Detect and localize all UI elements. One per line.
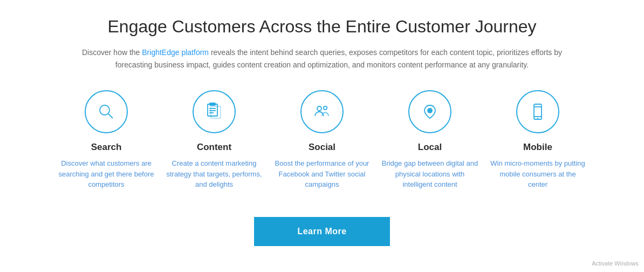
social-column: Social Boost the performance of your Fac…: [268, 90, 376, 190]
local-column: Local Bridge gap between digital and phy…: [376, 90, 484, 190]
page-wrapper: Engage Customers Across the Entire Custo…: [0, 0, 644, 262]
content-description: Create a content marketing strategy that…: [166, 158, 263, 190]
search-column: Search Discover what customers are searc…: [52, 90, 160, 190]
mobile-label: Mobile: [523, 142, 552, 153]
social-label: Social: [309, 142, 335, 153]
mobile-icon-circle: [516, 90, 559, 133]
icons-row: Search Discover what customers are searc…: [32, 90, 612, 190]
search-description: Discover what customers are searching an…: [58, 158, 155, 190]
local-description: Bridge gap between digital and physical …: [381, 158, 478, 190]
content-icon: [204, 102, 224, 121]
social-icon-circle: [300, 90, 344, 133]
subtitle-before: Discover how the: [82, 48, 142, 57]
local-icon-circle: [408, 90, 451, 133]
svg-line-1: [108, 114, 113, 118]
mobile-icon: [528, 102, 547, 121]
content-column: Content Create a content marketing strat…: [160, 90, 268, 190]
svg-point-14: [537, 118, 538, 119]
svg-point-0: [100, 105, 109, 115]
svg-point-8: [317, 106, 321, 111]
learn-more-button[interactable]: Learn More: [254, 217, 389, 246]
main-title: Engage Customers Across the Entire Custo…: [107, 16, 536, 37]
mobile-column: Mobile Win micro-moments by putting mobi…: [484, 90, 592, 190]
social-description: Boost the performance of your Facebook a…: [273, 158, 371, 190]
content-icon-circle: [193, 90, 236, 133]
content-label: Content: [197, 142, 231, 153]
svg-point-10: [428, 108, 432, 113]
subtitle: Discover how the BrightEdge platform rev…: [79, 46, 565, 71]
brightedge-link[interactable]: BrightEdge platform: [142, 48, 209, 57]
watermark: Activate Windows: [592, 260, 639, 267]
mobile-description: Win micro-moments by putting mobile cons…: [489, 158, 586, 190]
svg-point-9: [324, 106, 327, 110]
local-icon: [420, 102, 440, 121]
local-label: Local: [418, 142, 442, 153]
search-icon-circle: [85, 90, 128, 133]
search-icon: [97, 102, 116, 121]
social-icon: [312, 102, 332, 121]
search-label: Search: [91, 142, 122, 153]
